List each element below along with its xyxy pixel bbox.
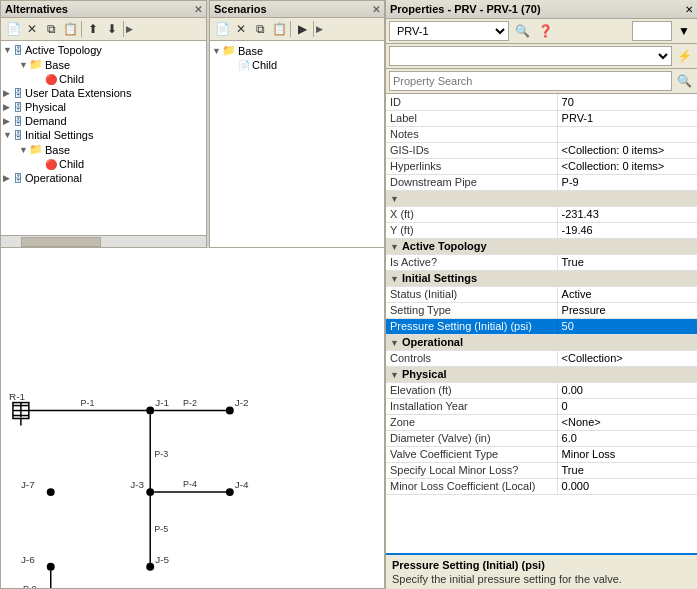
junction-j4[interactable] <box>226 488 234 496</box>
highlighted-prop-row[interactable]: Pressure Setting (Initial) (psi)50 <box>386 318 697 334</box>
filter-btn[interactable]: ⚡ <box>674 46 694 66</box>
expand-base-2[interactable]: ▼ <box>19 145 29 155</box>
prop-row[interactable]: Setting TypePressure <box>386 302 697 318</box>
prop-row[interactable]: X (ft)-231.43 <box>386 206 697 222</box>
tree-item-user-data[interactable]: ▶ 🗄 User Data Extensions <box>3 86 204 100</box>
tree-item-base-2[interactable]: ▼ 📁 Base <box>3 142 204 157</box>
prop-value: Pressure <box>557 302 697 318</box>
alt-paste-btn[interactable]: 📋 <box>61 20 79 38</box>
sc-delete-btn[interactable]: ✕ <box>232 20 250 38</box>
db-icon: 🗄 <box>13 45 23 56</box>
scenarios-tree[interactable]: ▼ 📁 Base 📄 Child <box>210 41 384 247</box>
zoom-input[interactable]: 100% <box>632 21 672 41</box>
hscroll-thumb[interactable] <box>21 237 101 247</box>
prop-row[interactable]: ID70 <box>386 94 697 110</box>
prop-row[interactable]: Notes <box>386 126 697 142</box>
prop-label: ID <box>386 94 557 110</box>
main-layout: Alternatives ✕ 📄 ✕ ⧉ 📋 ⬆ ⬇ ▶ <box>0 0 697 589</box>
sc-copy-btn[interactable]: ⧉ <box>251 20 269 38</box>
junction-j6[interactable] <box>47 563 55 571</box>
alt-hscroll[interactable] <box>1 235 206 247</box>
sc-tree-item-child[interactable]: 📄 Child <box>212 58 382 72</box>
alternatives-tree[interactable]: ▼ 🗄 Active Topology ▼ 📁 Base <box>1 41 206 235</box>
prop-label: Installation Year <box>386 398 557 414</box>
prop-row[interactable]: Hyperlinks<Collection: 0 items> <box>386 158 697 174</box>
search-btn[interactable]: 🔍 <box>674 71 694 91</box>
junction-j7[interactable] <box>47 488 55 496</box>
sc-run-btn[interactable]: ▶ <box>293 20 311 38</box>
junction-j5[interactable] <box>146 563 154 571</box>
prop-row[interactable]: Is Active?True <box>386 254 697 270</box>
prop-row[interactable]: Specify Local Minor Loss?True <box>386 462 697 478</box>
alt-import-btn[interactable]: ⬆ <box>84 20 102 38</box>
tree-item-child-2[interactable]: 🔴 Child <box>3 157 204 171</box>
prop-row[interactable]: Installation Year0 <box>386 398 697 414</box>
tree-item-initial-settings[interactable]: ▼ 🗄 Initial Settings <box>3 128 204 142</box>
expand-active-topology[interactable]: ▼ <box>3 45 13 55</box>
prop-row[interactable]: GIS-IDs<Collection: 0 items> <box>386 142 697 158</box>
prop-label: Zone <box>386 414 557 430</box>
sc-tree-item-base[interactable]: ▼ 📁 Base <box>212 43 382 58</box>
props-help-btn[interactable]: ❓ <box>535 21 555 41</box>
junction-j1[interactable] <box>146 407 154 415</box>
folder-icon: 📁 <box>29 143 43 156</box>
tree-item-active-topology[interactable]: ▼ 🗄 Active Topology <box>3 43 204 57</box>
expand-initial-settings[interactable]: ▼ <box>3 130 13 140</box>
sc-new-btn[interactable]: 📄 <box>213 20 231 38</box>
tree-label: Base <box>45 144 70 156</box>
show-all-select[interactable] <box>389 46 672 66</box>
properties-close[interactable]: ✕ <box>685 4 693 15</box>
tree-label: Child <box>252 59 277 71</box>
prop-row[interactable]: Zone<None> <box>386 414 697 430</box>
alt-more-btn[interactable]: ▶ <box>126 24 133 34</box>
search-input[interactable] <box>389 71 672 91</box>
alt-sep2 <box>123 21 124 37</box>
expand-demand[interactable]: ▶ <box>3 116 13 126</box>
svg-text:J-6: J-6 <box>21 554 35 565</box>
doc-icon: 📄 <box>238 60 250 71</box>
alternatives-close[interactable]: ✕ <box>194 4 202 15</box>
alt-copy-btn[interactable]: ⧉ <box>42 20 60 38</box>
section-expand-icon: ▼ <box>390 194 399 204</box>
prop-label: Pressure Setting (Initial) (psi) <box>386 318 557 334</box>
tree-item-child-1[interactable]: 🔴 Child <box>3 72 204 86</box>
expand-user-data[interactable]: ▶ <box>3 88 13 98</box>
element-dropdown[interactable]: PRV-1 <box>389 21 509 41</box>
section-expand-icon: ▼ <box>390 274 399 284</box>
prop-row[interactable]: Diameter (Valve) (in)6.0 <box>386 430 697 446</box>
scenarios-close[interactable]: ✕ <box>372 4 380 15</box>
junction-j2[interactable] <box>226 407 234 415</box>
tree-item-demand[interactable]: ▶ 🗄 Demand <box>3 114 204 128</box>
expand-base-1[interactable]: ▼ <box>19 60 29 70</box>
tree-item-physical[interactable]: ▶ 🗄 Physical <box>3 100 204 114</box>
section-expand-icon: ▼ <box>390 338 399 348</box>
alt-new-btn[interactable]: 📄 <box>4 20 22 38</box>
expand-operational[interactable]: ▶ <box>3 173 13 183</box>
sc-more-btn[interactable]: ▶ <box>316 24 323 34</box>
tree-item-base-1[interactable]: ▼ 📁 Base <box>3 57 204 72</box>
prop-label: Setting Type <box>386 302 557 318</box>
sc-paste-btn[interactable]: 📋 <box>270 20 288 38</box>
db-icon: 🗄 <box>13 130 23 141</box>
prop-row[interactable]: Downstream PipeP-9 <box>386 174 697 190</box>
prop-row[interactable]: Elevation (ft)0.00 <box>386 382 697 398</box>
prop-row[interactable]: Y (ft)-19.46 <box>386 222 697 238</box>
prop-row[interactable]: LabelPRV-1 <box>386 110 697 126</box>
tree-item-operational[interactable]: ▶ 🗄 Operational <box>3 171 204 185</box>
prop-value: 0 <box>557 398 697 414</box>
zoom-dropdown-btn[interactable]: ▼ <box>674 21 694 41</box>
prop-row[interactable]: Controls<Collection> <box>386 350 697 366</box>
prop-row[interactable]: Valve Coefficient TypeMinor Loss <box>386 446 697 462</box>
props-search-btn[interactable]: 🔍 <box>512 21 532 41</box>
sc-expand-base[interactable]: ▼ <box>212 46 222 56</box>
expand-physical[interactable]: ▶ <box>3 102 13 112</box>
junction-j3[interactable] <box>146 488 154 496</box>
prop-row[interactable]: Minor Loss Coefficient (Local)0.000 <box>386 478 697 494</box>
alt-export-btn[interactable]: ⬇ <box>103 20 121 38</box>
top-panels: Alternatives ✕ 📄 ✕ ⧉ 📋 ⬆ ⬇ ▶ <box>0 0 385 248</box>
alt-delete-btn[interactable]: ✕ <box>23 20 41 38</box>
network-canvas[interactable]: R-1 P-1 J-1 P-2 J-2 P-3 J-3 <box>0 248 385 589</box>
prop-label: X (ft) <box>386 206 557 222</box>
prop-label: Is Active? <box>386 254 557 270</box>
prop-row[interactable]: Status (Initial)Active <box>386 286 697 302</box>
